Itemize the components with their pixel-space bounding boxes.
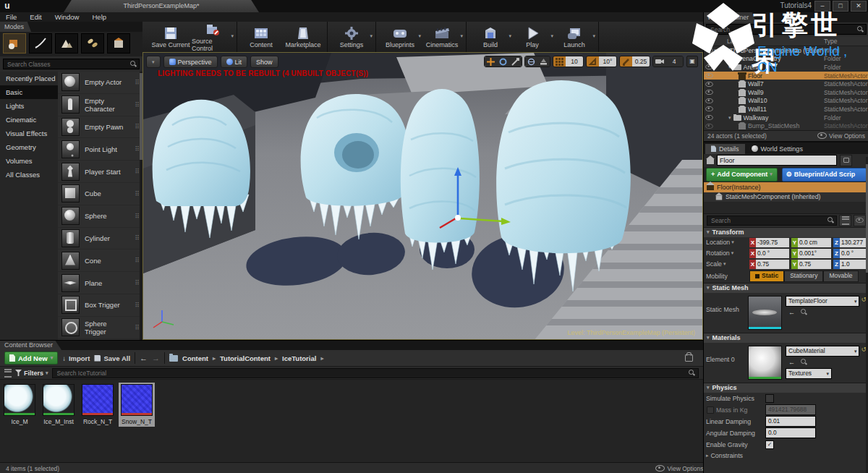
grab-handle-icon[interactable] <box>135 123 140 130</box>
constraints-row[interactable]: Constraints <box>704 451 868 461</box>
location-z-input[interactable]: 130.277 <box>840 238 868 247</box>
asset-ice-m-inst[interactable]: Ice_M_Inst <box>41 383 77 427</box>
asset-snow-n-t[interactable]: Snow_N_T <box>119 383 155 427</box>
static-mesh-thumbnail[interactable] <box>748 296 782 330</box>
material-combobox[interactable]: CubeMaterial <box>786 346 859 357</box>
landscape-mode-button[interactable] <box>55 33 78 54</box>
grab-handle-icon[interactable] <box>135 279 140 286</box>
place-item-empty-actor[interactable]: Empty Actor <box>58 72 142 94</box>
visibility-eye-icon[interactable] <box>704 106 714 112</box>
outliner-view-options-button[interactable]: View Options <box>817 132 865 140</box>
type-column-header[interactable]: Type <box>824 38 868 45</box>
outliner-row-bump[interactable]: Bump_StaticMesh StaticMeshActor <box>704 122 868 130</box>
maximize-button[interactable]: □ <box>833 1 848 12</box>
use-selected-arrow-icon[interactable]: ← <box>788 359 795 366</box>
dropdown-caret-icon[interactable] <box>370 33 373 39</box>
textures-button[interactable]: Textures <box>786 368 832 379</box>
visibility-eye-icon[interactable] <box>704 64 714 70</box>
grab-handle-icon[interactable] <box>135 168 140 175</box>
content-button[interactable]: Content <box>240 22 282 52</box>
outliner-row-wall11[interactable]: Wall11 StaticMeshActor <box>704 105 868 114</box>
browse-to-asset-icon[interactable] <box>801 359 807 365</box>
visibility-eye-icon[interactable] <box>704 81 714 88</box>
actor-name-input[interactable] <box>717 155 837 166</box>
save-all-button[interactable]: Save All <box>94 354 130 362</box>
forward-button[interactable]: → <box>152 354 160 362</box>
static-mesh-combobox[interactable]: TemplateFloor <box>786 296 859 307</box>
outliner-row-arenageometry[interactable]: ArenaGeometry Folder <box>704 55 868 64</box>
visibility-eye-icon[interactable] <box>704 47 714 54</box>
world-outliner-tab[interactable]: World Outliner <box>704 12 756 22</box>
visibility-eye-icon[interactable] <box>704 123 714 129</box>
modes-tab[interactable]: Modes <box>0 22 31 32</box>
mobility-movable-button[interactable]: Movable <box>823 270 858 282</box>
grid-snap-value[interactable]: 10 <box>566 56 583 67</box>
asset-ice-m[interactable]: Ice_M <box>1 383 38 427</box>
add-component-button[interactable]: Add Component <box>706 168 778 182</box>
save-current-button[interactable]: Save Current <box>150 22 192 52</box>
details-tab[interactable]: Details <box>705 144 745 154</box>
physics-section-header[interactable]: Physics <box>704 383 868 393</box>
component-root-row[interactable]: Floor(Instance) <box>704 182 868 192</box>
grab-handle-icon[interactable] <box>135 257 140 264</box>
menu-edit[interactable]: Edit <box>30 13 41 21</box>
import-button[interactable]: Import <box>62 354 90 362</box>
add-new-button[interactable]: Add New <box>4 351 58 365</box>
outliner-search-input[interactable] <box>709 25 857 34</box>
dropdown-caret-icon[interactable] <box>460 33 463 39</box>
world-space-icon[interactable] <box>525 56 537 67</box>
expand-arrow-icon[interactable] <box>728 115 731 121</box>
camera-speed-value[interactable]: 4 <box>665 56 683 67</box>
cinematics-button[interactable]: Cinematics <box>421 22 463 52</box>
viewport[interactable]: Perspective Lit Show LIGHTING NEEDS TO B… <box>142 52 703 340</box>
category-visual-effects[interactable]: Visual Effects <box>0 127 58 140</box>
place-item-player-start[interactable]: Player Start <box>58 161 142 183</box>
outliner-column-header[interactable]: Label Type <box>704 36 868 46</box>
transform-section-header[interactable]: Transform <box>704 227 868 237</box>
modes-search-input[interactable] <box>6 60 130 69</box>
camera-speed-icon[interactable] <box>653 56 665 67</box>
outliner-row-walkway[interactable]: Walkway Folder <box>704 114 868 122</box>
mobility-stationary-button[interactable]: Stationary <box>784 270 823 282</box>
place-item-empty-pawn[interactable]: Empty Pawn <box>58 116 142 139</box>
viewport-options-button[interactable] <box>146 56 161 68</box>
expand-arrow-icon[interactable] <box>721 56 724 61</box>
place-mode-button[interactable] <box>3 33 26 54</box>
lock-icon[interactable] <box>685 354 693 362</box>
place-item-cube[interactable]: Cube <box>58 183 142 205</box>
outliner-row-wall9[interactable]: Wall9 StaticMeshActor <box>704 88 868 97</box>
grab-handle-icon[interactable] <box>135 190 140 197</box>
place-item-sphere[interactable]: Sphere <box>58 205 142 228</box>
grab-handle-icon[interactable] <box>135 213 140 220</box>
dropdown-caret-icon[interactable] <box>592 33 595 39</box>
category-cinematic[interactable]: Cinematic <box>0 113 58 127</box>
sources-panel-icon[interactable] <box>4 369 12 378</box>
category-geometry[interactable]: Geometry <box>0 140 58 154</box>
show-button[interactable]: Show <box>250 56 278 68</box>
outliner-row-floor[interactable]: Floor StaticMeshActor <box>704 72 868 80</box>
tutorials-tab[interactable]: Tutorials4 <box>780 0 812 12</box>
expand-arrow-icon[interactable] <box>728 64 731 70</box>
scale-snap-value[interactable]: 0.25 <box>632 56 650 67</box>
details-search-input[interactable] <box>710 216 827 225</box>
asset-search-input[interactable] <box>56 369 689 378</box>
rotation-x-input[interactable]: 0.0 ° <box>756 249 789 258</box>
use-selected-arrow-icon[interactable]: ← <box>788 309 795 316</box>
lit-button[interactable]: Lit <box>221 56 248 68</box>
minimize-button[interactable]: – <box>814 1 830 12</box>
materials-section-header[interactable]: Materials <box>704 333 868 343</box>
place-item-point-light[interactable]: Point Light <box>58 138 142 161</box>
brush-edit-mode-button[interactable] <box>107 33 130 54</box>
menu-file[interactable]: File <box>6 13 17 21</box>
surface-snap-icon[interactable] <box>537 56 550 67</box>
grab-handle-icon[interactable] <box>135 145 140 153</box>
place-item-box-trigger[interactable]: Box Trigger <box>58 294 142 317</box>
settings-button[interactable]: Settings <box>331 22 373 52</box>
place-item-cylinder[interactable]: Cylinder <box>58 228 142 250</box>
grab-handle-icon[interactable] <box>135 79 140 86</box>
scale-x-input[interactable]: 0.75 <box>756 260 789 269</box>
maximize-viewport-button[interactable]: ▣ <box>686 56 698 67</box>
grab-handle-icon[interactable] <box>135 234 140 242</box>
location-y-input[interactable]: 0.0 cm <box>798 238 831 247</box>
dropdown-caret-icon[interactable] <box>731 250 734 256</box>
